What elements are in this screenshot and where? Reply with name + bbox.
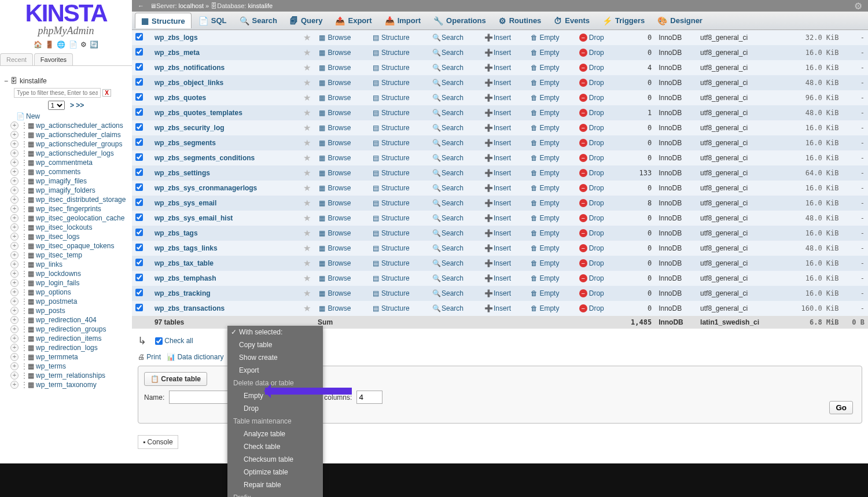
search-action[interactable]: 🔍 Search [432,304,464,312]
search-action[interactable]: 🔍 Search [432,289,464,297]
tab-recent[interactable]: Recent [0,53,33,65]
expand-icon[interactable]: + [10,279,19,287]
empty-action[interactable]: 🗑 Empty [530,274,559,282]
tab-import[interactable]: 📥Import [379,13,426,28]
browse-action[interactable]: ▦ Browse [318,169,351,177]
expand-icon[interactable]: + [10,159,19,167]
row-checkbox[interactable] [135,229,143,236]
expand-icon[interactable]: + [10,344,19,352]
search-action[interactable]: 🔍 Search [432,109,464,117]
structure-action[interactable]: ▤ Structure [372,184,410,192]
search-action[interactable]: 🔍 Search [432,79,464,87]
drop-action[interactable]: −Drop [579,154,604,162]
tree-table-item[interactable]: +⋮▦wp_actionscheduler_groups [0,139,132,149]
tab-export[interactable]: 📤Export [329,13,377,28]
tree-table-name[interactable]: wp_term_relationships [36,371,105,380]
star-icon[interactable]: ★ [303,93,311,102]
insert-action[interactable]: ➕ Insert [484,184,511,192]
tree-table-item[interactable]: +⋮▦wp_lockdowns [0,269,132,278]
table-name-link[interactable]: wp_zbs_tracking [155,289,211,297]
expand-icon[interactable]: + [10,140,19,148]
tree-database-node[interactable]: − 🗄 kinstalife [0,75,132,87]
row-checkbox[interactable] [135,259,143,266]
star-icon[interactable]: ★ [303,123,311,132]
collapse-icon[interactable]: − [4,77,8,85]
browse-action[interactable]: ▦ Browse [318,49,351,57]
drop-action[interactable]: −Drop [579,94,604,102]
empty-action[interactable]: 🗑 Empty [530,109,559,117]
star-icon[interactable]: ★ [303,303,311,313]
structure-action[interactable]: ▤ Structure [372,79,410,87]
tree-new-item[interactable]: 📄 New [0,112,132,121]
tab-designer[interactable]: 🎨Designer [652,13,708,28]
star-icon[interactable]: ★ [303,168,311,178]
tab-routines[interactable]: ⚙Routines [493,13,547,28]
tree-table-name[interactable]: wp_itsec_distributed_storage [36,196,126,204]
insert-action[interactable]: ➕ Insert [484,34,511,42]
tree-table-item[interactable]: +⋮▦wp_itsec_fingerprints [0,204,132,213]
tree-table-item[interactable]: +⋮▦wp_term_relationships [0,371,132,380]
star-icon[interactable]: ★ [303,78,311,87]
search-action[interactable]: 🔍 Search [432,64,464,72]
data-dictionary-link[interactable]: Data dictionary [177,353,223,361]
structure-action[interactable]: ▤ Structure [372,169,410,177]
drop-action[interactable]: −Drop [579,214,604,222]
reload-icon[interactable]: 🔄 [90,41,98,49]
row-checkbox[interactable] [135,123,143,131]
tree-table-item[interactable]: +⋮▦wp_comments [0,167,132,176]
search-action[interactable]: 🔍 Search [432,94,464,102]
search-action[interactable]: 🔍 Search [432,169,464,177]
drop-action[interactable]: −Drop [579,244,604,252]
dropdown-export[interactable]: Export [227,364,323,377]
drop-action[interactable]: −Drop [579,304,604,312]
tree-table-item[interactable]: +⋮▦wp_redirection_404 [0,315,132,325]
browse-action[interactable]: ▦ Browse [318,274,351,282]
empty-action[interactable]: 🗑 Empty [530,139,559,147]
expand-icon[interactable]: + [10,260,19,268]
structure-action[interactable]: ▤ Structure [372,229,410,237]
drop-action[interactable]: −Drop [579,199,604,207]
row-checkbox[interactable] [135,304,143,311]
expand-icon[interactable]: + [10,353,19,361]
expand-icon[interactable]: + [10,186,19,194]
tree-table-name[interactable]: wp_redirection_404 [36,316,97,324]
structure-action[interactable]: ▤ Structure [372,259,410,267]
tree-table-item[interactable]: +⋮▦wp_actionscheduler_actions [0,121,132,130]
tree-table-item[interactable]: +⋮▦wp_imagify_files [0,176,132,186]
drop-action[interactable]: −Drop [579,49,604,57]
star-icon[interactable]: ★ [303,213,311,223]
check-all-checkbox[interactable] [155,337,163,345]
insert-action[interactable]: ➕ Insert [484,169,511,177]
world-icon[interactable]: 🌐 [57,41,65,49]
table-name-link[interactable]: wp_zbs_tags [155,229,198,237]
empty-action[interactable]: 🗑 Empty [530,79,559,87]
expand-icon[interactable]: + [10,288,19,296]
empty-action[interactable]: 🗑 Empty [530,259,559,267]
tree-table-name[interactable]: wp_links [36,260,62,268]
tab-events[interactable]: ⏱Events [548,13,595,28]
browse-action[interactable]: ▦ Browse [318,79,351,87]
dropdown-copy-table[interactable]: Copy table [227,338,323,351]
tree-table-name[interactable]: wp_actionscheduler_groups [36,140,122,148]
table-name-link[interactable]: wp_zbs_security_log [155,124,225,132]
tree-table-name[interactable]: wp_redirection_groups [36,325,106,333]
tree-table-name[interactable]: wp_postmeta [36,297,77,305]
page-select[interactable]: 1 [48,101,65,110]
tree-filter-input[interactable] [14,88,101,98]
expand-icon[interactable]: + [10,381,19,389]
tree-table-item[interactable]: +⋮▦wp_itsec_logs [0,232,132,241]
table-name-link[interactable]: wp_zbs_notifications [155,64,225,72]
insert-action[interactable]: ➕ Insert [484,199,511,207]
tree-table-name[interactable]: wp_imagify_folders [36,186,95,194]
insert-action[interactable]: ➕ Insert [484,109,511,117]
tab-search[interactable]: 🔍Search [234,13,283,28]
row-checkbox[interactable] [135,244,143,251]
table-name-link[interactable]: wp_zbs_sys_email_hist [155,214,233,222]
star-icon[interactable]: ★ [303,153,311,163]
tree-table-name[interactable]: wp_itsec_logs [36,233,79,241]
tree-table-item[interactable]: +⋮▦wp_itsec_opaque_tokens [0,241,132,251]
empty-action[interactable]: 🗑 Empty [530,124,559,132]
insert-action[interactable]: ➕ Insert [484,304,511,312]
table-name-link[interactable]: wp_zbs_tags_links [155,244,218,252]
insert-action[interactable]: ➕ Insert [484,124,511,132]
